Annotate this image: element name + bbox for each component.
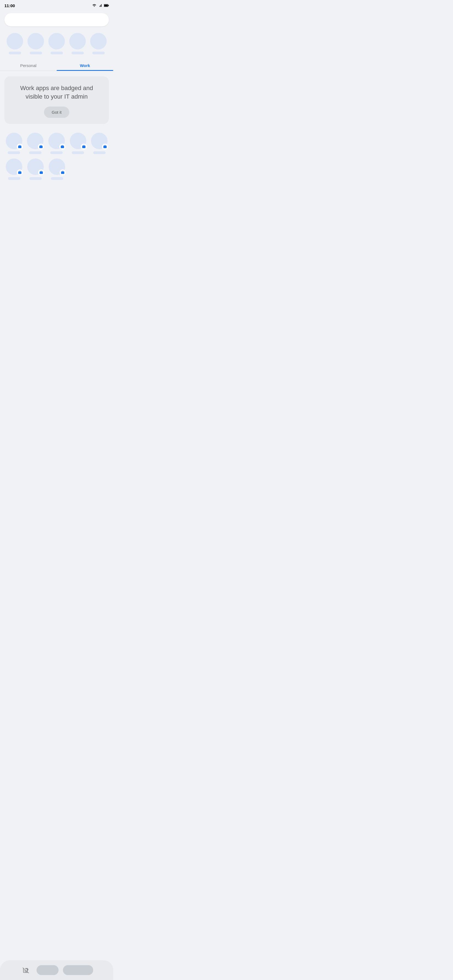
work-circle-wrapper (6, 133, 22, 149)
work-circle-wrapper (70, 133, 86, 149)
app-label-skeleton (30, 52, 42, 54)
app-label-skeleton (51, 52, 63, 54)
skeleton-app-item (6, 33, 23, 54)
work-badge (59, 144, 65, 150)
app-circle-skeleton (90, 33, 107, 49)
app-label-skeleton (72, 52, 84, 54)
work-app-item[interactable] (89, 133, 109, 154)
work-label-skeleton (8, 151, 20, 154)
info-card-message: Work apps are badged and visible to your… (11, 84, 102, 101)
briefcase-icon (18, 170, 22, 174)
app-circle-skeleton (27, 33, 44, 49)
work-badge (102, 144, 108, 150)
work-app-item[interactable] (26, 159, 45, 180)
briefcase-icon (18, 145, 22, 149)
svg-rect-2 (108, 5, 109, 6)
skeleton-app-item (69, 33, 86, 54)
signal-icon (98, 3, 103, 7)
skeleton-app-icons-row (0, 31, 113, 54)
briefcase-icon (61, 145, 64, 149)
work-badge (17, 144, 23, 150)
info-card: Work apps are badged and visible to your… (5, 76, 109, 124)
work-app-item[interactable] (47, 159, 67, 180)
status-icons (92, 3, 109, 7)
work-app-item[interactable] (5, 159, 24, 180)
work-label-skeleton (8, 177, 20, 180)
briefcase-icon (39, 170, 43, 174)
work-label-skeleton (93, 151, 105, 154)
work-badge (81, 144, 87, 150)
app-circle-skeleton (48, 33, 65, 49)
work-circle-wrapper (91, 133, 107, 149)
briefcase-icon (39, 145, 43, 149)
app-label-skeleton (9, 52, 21, 54)
work-circle-wrapper (27, 133, 43, 149)
skeleton-app-item (90, 33, 107, 54)
briefcase-icon (61, 170, 65, 174)
work-label-skeleton (29, 177, 42, 180)
briefcase-icon (82, 145, 86, 149)
work-badge (38, 169, 44, 175)
svg-rect-1 (104, 5, 108, 6)
work-label-skeleton (72, 151, 84, 154)
work-circle-wrapper (6, 159, 22, 175)
work-app-item[interactable] (26, 133, 45, 154)
work-badge (38, 144, 44, 150)
work-label-skeleton (51, 177, 63, 180)
skeleton-app-item (27, 33, 44, 54)
work-label-skeleton (50, 151, 63, 154)
tab-personal[interactable]: Personal (0, 60, 57, 71)
work-app-item[interactable] (5, 133, 24, 154)
battery-icon (104, 3, 109, 7)
wifi-icon (92, 3, 97, 7)
work-apps-section (0, 128, 113, 180)
work-badge (17, 169, 23, 175)
status-time: 11:00 (5, 3, 15, 8)
got-it-button[interactable]: Got it (44, 107, 69, 118)
work-label-skeleton (29, 151, 41, 154)
work-circle-wrapper (49, 159, 65, 175)
tab-work[interactable]: Work (57, 60, 113, 71)
app-label-skeleton (93, 52, 105, 54)
briefcase-icon (103, 145, 107, 149)
app-circle-skeleton (6, 33, 23, 49)
work-icons-row-2 (5, 159, 109, 180)
tabs-container: Personal Work (0, 60, 113, 71)
skeleton-app-item (48, 33, 65, 54)
work-app-item[interactable] (47, 133, 66, 154)
work-icons-row-1 (5, 133, 109, 154)
app-circle-skeleton (69, 33, 86, 49)
work-app-item[interactable] (69, 133, 88, 154)
status-bar: 11:00 (0, 0, 113, 10)
work-circle-wrapper (27, 159, 44, 175)
work-circle-wrapper (48, 133, 65, 149)
search-bar[interactable] (5, 13, 109, 26)
work-badge (60, 169, 66, 175)
